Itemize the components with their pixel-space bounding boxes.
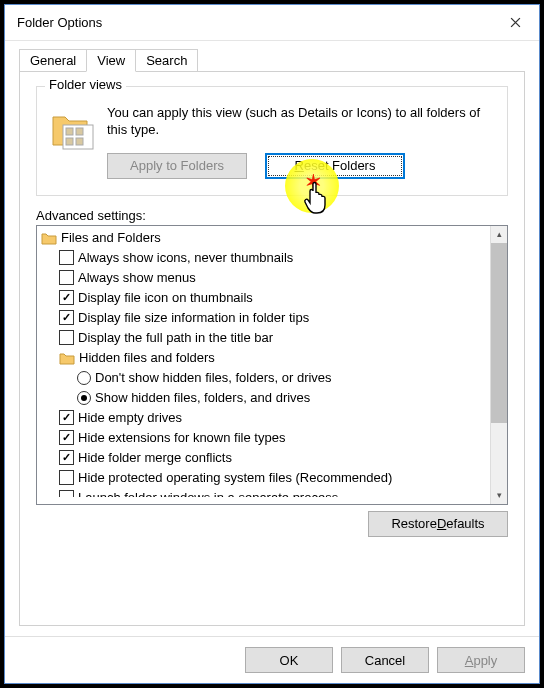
checkbox-icon (59, 290, 74, 305)
tree-item-label: Hide protected operating system files (R… (78, 470, 392, 485)
apply-button: Apply (437, 647, 525, 673)
tree-item[interactable]: Display the full path in the title bar (37, 328, 490, 348)
apply-to-folders-button: Apply to Folders (107, 153, 247, 179)
cancel-button[interactable]: Cancel (341, 647, 429, 673)
folder-views-icon (49, 105, 97, 153)
tab-general[interactable]: General (19, 49, 87, 71)
tree-item-label: Display file icon on thumbnails (78, 290, 253, 305)
checkbox-icon (59, 310, 74, 325)
tree-item[interactable]: Hide empty drives (37, 408, 490, 428)
advanced-settings-tree[interactable]: Files and FoldersAlways show icons, neve… (36, 225, 508, 505)
tree-item[interactable]: Hide extensions for known file types (37, 428, 490, 448)
tree-item-label: Show hidden files, folders, and drives (95, 390, 310, 405)
tree-item-label: Don't show hidden files, folders, or dri… (95, 370, 332, 385)
close-icon (510, 17, 521, 28)
advanced-settings-label: Advanced settings: (36, 208, 508, 223)
tree-item-label: Display file size information in folder … (78, 310, 309, 325)
tree-item-label: Always show icons, never thumbnails (78, 250, 293, 265)
tree-item[interactable]: Hide protected operating system files (R… (37, 468, 490, 488)
checkbox-icon (59, 470, 74, 485)
radio-icon (77, 391, 91, 405)
scroll-down-button[interactable]: ▾ (491, 487, 507, 504)
tab-search[interactable]: Search (135, 49, 198, 71)
tree-item-label: Hide extensions for known file types (78, 430, 285, 445)
tree-item-label: Hide folder merge conflicts (78, 450, 232, 465)
tree-item[interactable]: Always show menus (37, 268, 490, 288)
folder-views-label: Folder views (45, 77, 126, 92)
tree-item-label: Hidden files and folders (79, 350, 215, 365)
tree-item-label: Launch folder windows in a separate proc… (78, 490, 338, 504)
checkbox-icon (59, 330, 74, 345)
tree-item[interactable]: Display file icon on thumbnails (37, 288, 490, 308)
checkbox-icon (59, 250, 74, 265)
tree-item[interactable]: Display file size information in folder … (37, 308, 490, 328)
scrollbar[interactable]: ▴ ▾ (490, 226, 507, 504)
checkbox-icon (59, 490, 74, 504)
svg-rect-4 (76, 138, 83, 145)
scroll-up-button[interactable]: ▴ (491, 226, 507, 243)
folder-views-group: Folder views You can apply this view (su… (36, 86, 508, 196)
close-button[interactable] (495, 9, 535, 37)
scroll-track[interactable] (491, 243, 507, 487)
tree-item-label: Hide empty drives (78, 410, 182, 425)
tree-item[interactable]: Hide folder merge conflicts (37, 448, 490, 468)
titlebar: Folder Options (5, 5, 539, 41)
tree-item[interactable]: Launch folder windows in a separate proc… (37, 488, 490, 504)
folder-views-description: You can apply this view (such as Details… (107, 105, 495, 139)
checkbox-icon (59, 410, 74, 425)
tree-item[interactable]: Don't show hidden files, folders, or dri… (37, 368, 490, 388)
view-tab-panel: Folder views You can apply this view (su… (19, 71, 525, 626)
tab-strip: General View Search (19, 47, 525, 71)
reset-folders-button[interactable]: Reset Folders (265, 153, 405, 179)
dialog-content: General View Search Folder views (5, 41, 539, 636)
svg-rect-1 (66, 128, 73, 135)
checkbox-icon (59, 270, 74, 285)
checkbox-icon (59, 450, 74, 465)
tree-item[interactable]: Always show icons, never thumbnails (37, 248, 490, 268)
tree-item-label: Always show menus (78, 270, 196, 285)
ok-button[interactable]: OK (245, 647, 333, 673)
window-title: Folder Options (17, 15, 102, 30)
tree-item-label: Display the full path in the title bar (78, 330, 273, 345)
tab-view[interactable]: View (86, 49, 136, 72)
svg-rect-3 (66, 138, 73, 145)
radio-icon (77, 371, 91, 385)
folder-options-dialog: Folder Options General View Search Folde… (4, 4, 540, 684)
checkbox-icon (59, 430, 74, 445)
tree-root: Files and Folders (37, 228, 490, 248)
dialog-button-row: OK Cancel Apply (5, 636, 539, 683)
scroll-thumb[interactable] (491, 243, 507, 423)
tree-item[interactable]: Show hidden files, folders, and drives (37, 388, 490, 408)
svg-rect-2 (76, 128, 83, 135)
restore-defaults-button[interactable]: Restore Defaults (368, 511, 508, 537)
tree-item: Hidden files and folders (37, 348, 490, 368)
